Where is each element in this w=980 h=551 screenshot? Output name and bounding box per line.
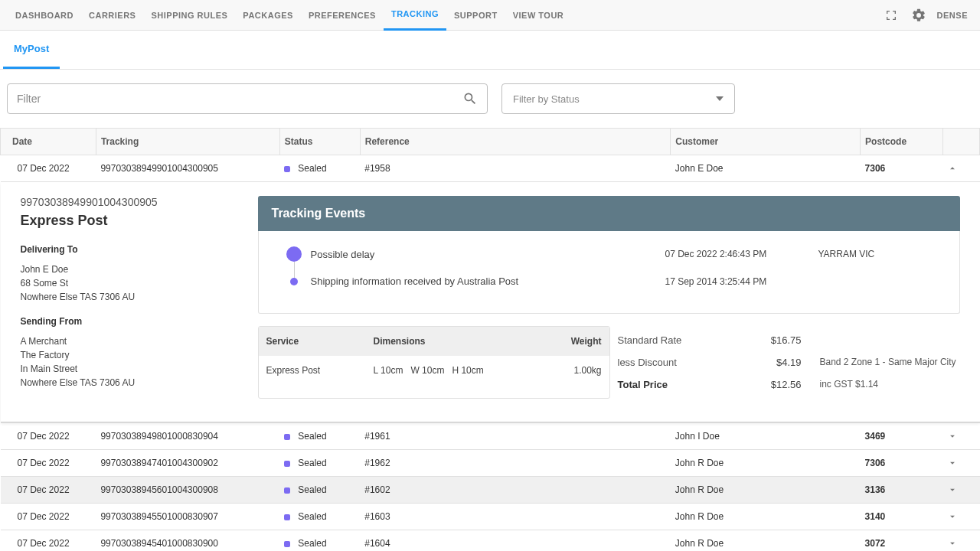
expand-toggle[interactable] [942,423,979,450]
event-row: Possible delay07 Dec 2022 2:46:43 PMYARR… [277,246,941,262]
cell-postcode: 3140 [861,504,943,530]
expand-toggle[interactable] [942,504,979,530]
cell-customer: John R Doe [671,450,861,477]
status-dot-icon [284,461,290,467]
table-row[interactable]: 07 Dec 202299703038947401004300902Sealed… [1,450,980,477]
price-table: Standard Rate$16.75less Discount$4.19Ban… [618,326,960,399]
cell-customer: John I Doe [671,423,861,450]
address-line: John E Doe [21,262,243,276]
gear-icon[interactable] [910,6,928,24]
table-row[interactable]: 07 Dec 202299703038945401000830900Sealed… [1,530,980,552]
status-filter-dropdown[interactable]: Filter by Status [501,83,735,114]
event-dot-icon [286,246,302,262]
price-value: $16.75 [756,334,802,346]
price-note: inc GST $1.14 [802,379,960,390]
price-value: $12.56 [756,379,802,390]
expand-toggle[interactable] [942,530,979,552]
price-note: Band 2 Zone 1 - Same Major City [802,357,960,368]
nav-support[interactable]: SUPPORT [446,1,505,30]
nav-view-tour[interactable]: VIEW TOUR [505,1,572,30]
cell-tracking: 99703038945501000830907 [96,504,279,530]
cell-reference: #1961 [360,423,671,450]
status-dot-icon [284,514,290,520]
cell-tracking: 99703038947401004300902 [96,450,279,477]
nav-carriers[interactable]: CARRIERS [81,1,143,30]
table-row[interactable]: 07 Dec 202299703038949901004300905Sealed… [1,155,980,182]
event-dot-icon [290,278,298,285]
filter-bar: Filter by Status [0,70,980,128]
event-time: 17 Sep 2014 3:25:44 PM [665,276,818,287]
cell-date: 07 Dec 2022 [1,504,96,530]
price-label: Total Price [618,379,756,390]
cell-postcode: 7306 [861,155,943,182]
cell-postcode: 3469 [861,423,943,450]
cell-date: 07 Dec 2022 [1,477,96,504]
cell-postcode: 3136 [861,477,943,504]
cell-customer: John R Doe [671,530,861,552]
col-header[interactable]: Customer [671,129,861,155]
status-dot-icon [284,541,290,547]
cell-status: Sealed [279,477,360,504]
col-header[interactable]: Status [279,129,360,155]
address-line: In Main Street [21,362,243,376]
detail-service-name: Express Post [21,213,243,229]
col-header[interactable]: Reference [360,129,671,155]
chevron-down-icon [716,96,724,101]
dims-values: L 10cm W 10cm H 10cm [374,365,548,376]
cell-tracking: 99703038945401000830900 [96,530,279,552]
col-header[interactable]: Postcode [861,129,943,155]
cell-customer: John R Doe [671,477,861,504]
cell-status: Sealed [279,155,360,182]
col-header[interactable]: Tracking [96,129,279,155]
status-dot-icon [284,434,290,440]
col-header[interactable]: Date [1,129,96,155]
status-dot-icon [284,166,290,172]
tab-mypost[interactable]: MyPost [3,31,60,69]
cell-status: Sealed [279,423,360,450]
address-line: Nowhere Else TAS 7306 AU [21,290,243,304]
cell-date: 07 Dec 2022 [1,530,96,552]
cell-tracking: 99703038945601004300908 [96,477,279,504]
cell-customer: John E Doe [671,155,861,182]
dims-header-dimensions: Dimensions [374,336,548,347]
cell-date: 07 Dec 2022 [1,423,96,450]
events-header: Tracking Events [258,196,960,231]
fullscreen-icon[interactable] [882,6,900,24]
cell-status: Sealed [279,450,360,477]
event-location: YARRAM VIC [818,249,941,259]
table-row[interactable]: 07 Dec 202299703038945601004300908Sealed… [1,477,980,504]
table-row[interactable]: 07 Dec 202299703038949801000830904Sealed… [1,423,980,450]
density-toggle[interactable]: DENSE [937,11,968,20]
cell-reference: #1603 [360,504,671,530]
sub-navbar: MyPost [0,31,980,70]
nav-packages[interactable]: PACKAGES [235,1,301,30]
deliver-to-header: Delivering To [21,244,243,255]
event-description: Possible delay [311,249,665,260]
cell-customer: John R Doe [671,504,861,530]
nav-preferences[interactable]: PREFERENCES [301,1,384,30]
col-header[interactable] [942,129,979,155]
status-filter-label: Filter by Status [513,93,580,105]
table-row[interactable]: 07 Dec 202299703038945501000830907Sealed… [1,504,980,530]
dims-header-weight: Weight [548,336,602,347]
expand-toggle[interactable] [942,450,979,477]
expand-toggle[interactable] [942,155,979,182]
nav-shipping-rules[interactable]: SHIPPING RULES [143,1,235,30]
search-icon[interactable] [462,91,478,106]
event-time: 07 Dec 2022 2:46:43 PM [665,249,818,259]
cell-reference: #1958 [360,155,671,182]
price-value: $4.19 [756,357,802,368]
cell-reference: #1604 [360,530,671,552]
price-label: Standard Rate [618,334,756,346]
nav-tracking[interactable]: TRACKING [384,0,446,31]
address-line: The Factory [21,348,243,362]
dimensions-table: ServiceDimensionsWeightExpress PostL 10c… [258,326,610,399]
nav-dashboard[interactable]: DASHBOARD [8,1,81,30]
cell-reference: #1602 [360,477,671,504]
filter-input[interactable] [17,93,462,105]
cell-tracking: 99703038949901004300905 [96,155,279,182]
cell-tracking: 99703038949801000830904 [96,423,279,450]
expand-toggle[interactable] [942,477,979,504]
cell-postcode: 7306 [861,450,943,477]
event-description: Shipping information received by Austral… [311,276,665,287]
